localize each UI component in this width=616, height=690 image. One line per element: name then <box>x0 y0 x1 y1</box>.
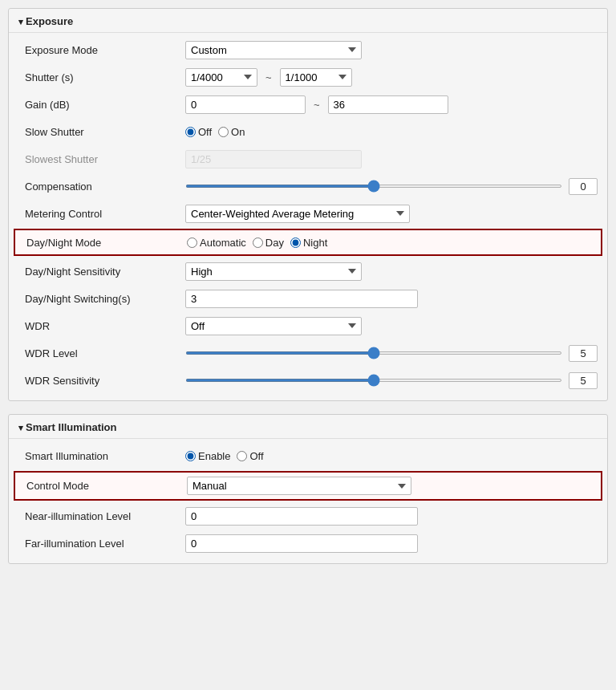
shutter-from-select[interactable]: 1/4000 1/2000 1/1000 <box>185 68 257 87</box>
gain-to-input[interactable] <box>328 95 448 114</box>
gain-from-input[interactable] <box>185 95 306 114</box>
slow-shutter-label: Slow Shutter <box>25 126 185 138</box>
slow-shutter-off-label[interactable]: Off <box>185 126 212 138</box>
gain-tilde: ~ <box>314 99 320 111</box>
day-night-automatic-radio[interactable] <box>187 237 197 248</box>
gain-control: ~ <box>185 95 598 114</box>
day-night-mode-label: Day/Night Mode <box>26 237 187 249</box>
compensation-slider[interactable] <box>185 185 562 188</box>
day-night-day-label[interactable]: Day <box>253 237 284 249</box>
slowest-shutter-row: Slowest Shutter 1/25 1/12 1/6 <box>9 145 607 172</box>
day-night-night-radio[interactable] <box>290 237 301 248</box>
wdr-control: Off On <box>185 317 598 335</box>
control-mode-control: Manual Auto <box>187 477 596 495</box>
wdr-label: WDR <box>25 320 185 332</box>
wdr-level-slider-container: 5 <box>185 345 598 362</box>
day-night-switching-row: Day/Night Switching(s) <box>9 285 607 312</box>
smart-illumination-radio-group: Enable Off <box>185 450 264 462</box>
slow-shutter-on-label[interactable]: On <box>218 126 245 138</box>
shutter-control: 1/4000 1/2000 1/1000 ~ 1/1000 1/500 1/25… <box>185 68 598 87</box>
compensation-control: 0 <box>185 178 598 195</box>
day-night-day-radio[interactable] <box>253 237 263 248</box>
far-illumination-level-row: Far-illumination Level <box>9 530 607 557</box>
near-illumination-level-control <box>185 507 598 526</box>
day-night-automatic-label[interactable]: Automatic <box>187 237 246 249</box>
slowest-shutter-label: Slowest Shutter <box>25 153 185 165</box>
near-illumination-level-label: Near-illumination Level <box>25 510 185 522</box>
wdr-level-value: 5 <box>569 345 598 362</box>
metering-control-row: Metering Control Center-Weighted Average… <box>9 200 607 227</box>
compensation-row: Compensation 0 <box>9 172 607 200</box>
compensation-label: Compensation <box>25 181 185 193</box>
wdr-level-label: WDR Level <box>25 347 185 359</box>
wdr-level-control: 5 <box>185 345 598 362</box>
wdr-sensitivity-label: WDR Sensitivity <box>25 375 185 387</box>
wdr-row: WDR Off On <box>9 312 607 339</box>
wdr-sensitivity-value: 5 <box>569 372 598 389</box>
far-illumination-level-label: Far-illumination Level <box>25 538 185 550</box>
smart-illumination-row: Smart Illumination Enable Off <box>9 442 607 469</box>
exposure-mode-control: Custom Auto Manual <box>185 41 598 59</box>
shutter-to-select[interactable]: 1/1000 1/500 1/250 <box>280 68 352 87</box>
shutter-label: Shutter (s) <box>25 71 185 83</box>
smart-illumination-control: Enable Off <box>185 450 598 462</box>
far-illumination-level-control <box>185 534 598 553</box>
metering-control-label: Metering Control <box>25 208 185 220</box>
smart-illumination-panel: Smart Illumination Smart Illumination En… <box>8 414 608 564</box>
wdr-level-row: WDR Level 5 <box>9 339 607 367</box>
gain-row: Gain (dB) ~ <box>9 91 607 118</box>
slow-shutter-radio-group: Off On <box>185 126 245 138</box>
wdr-sensitivity-control: 5 <box>185 372 598 389</box>
wdr-sensitivity-slider[interactable] <box>185 379 562 382</box>
metering-control-select[interactable]: Center-Weighted Average Metering Spot Fu… <box>185 205 410 223</box>
near-illumination-level-row: Near-illumination Level <box>9 502 607 530</box>
wdr-sensitivity-row: WDR Sensitivity 5 <box>9 367 607 394</box>
exposure-panel: Exposure Exposure Mode Custom Auto Manua… <box>8 8 608 401</box>
control-mode-row: Control Mode Manual Auto <box>14 471 602 501</box>
day-night-switching-input[interactable] <box>185 290 418 308</box>
day-night-night-label[interactable]: Night <box>290 237 327 249</box>
smart-illumination-off-radio[interactable] <box>237 451 247 461</box>
slow-shutter-off-radio[interactable] <box>185 127 196 137</box>
smart-illumination-label: Smart Illumination <box>25 450 185 462</box>
exposure-mode-select[interactable]: Custom Auto Manual <box>185 41 362 59</box>
metering-control-control: Center-Weighted Average Metering Spot Fu… <box>185 205 598 223</box>
shutter-row: Shutter (s) 1/4000 1/2000 1/1000 ~ 1/100… <box>9 63 607 91</box>
compensation-slider-container: 0 <box>185 178 598 195</box>
smart-illumination-enable-label[interactable]: Enable <box>185 450 230 462</box>
slow-shutter-row: Slow Shutter Off On <box>9 118 607 145</box>
wdr-select[interactable]: Off On <box>185 317 362 335</box>
smart-illumination-title: Smart Illumination <box>9 415 607 439</box>
slow-shutter-control: Off On <box>185 126 598 138</box>
smart-illumination-enable-radio[interactable] <box>185 451 196 461</box>
day-night-mode-radio-group: Automatic Day Night <box>187 237 327 249</box>
day-night-mode-row: Day/Night Mode Automatic Day Night <box>14 229 602 256</box>
slowest-shutter-control: 1/25 1/12 1/6 <box>185 150 598 168</box>
far-illumination-level-input[interactable] <box>185 534 418 553</box>
day-night-sensitivity-row: Day/Night Sensitivity High Medium Low <box>9 258 607 285</box>
exposure-title: Exposure <box>9 9 607 33</box>
day-night-sensitivity-select[interactable]: High Medium Low <box>185 262 362 281</box>
day-night-switching-label: Day/Night Switching(s) <box>25 293 185 305</box>
wdr-sensitivity-slider-container: 5 <box>185 372 598 389</box>
smart-illumination-off-label[interactable]: Off <box>237 450 263 462</box>
day-night-sensitivity-control: High Medium Low <box>185 262 598 281</box>
exposure-mode-label: Exposure Mode <box>25 44 185 56</box>
day-night-sensitivity-label: Day/Night Sensitivity <box>25 266 185 278</box>
gain-label: Gain (dB) <box>25 99 185 111</box>
shutter-tilde: ~ <box>265 71 272 83</box>
exposure-mode-row: Exposure Mode Custom Auto Manual <box>9 36 607 63</box>
wdr-level-slider[interactable] <box>185 351 562 355</box>
day-night-switching-control <box>185 290 598 308</box>
control-mode-label: Control Mode <box>26 480 187 492</box>
compensation-value: 0 <box>569 178 598 195</box>
slowest-shutter-select[interactable]: 1/25 1/12 1/6 <box>185 150 362 168</box>
day-night-mode-control: Automatic Day Night <box>187 237 596 249</box>
slow-shutter-on-radio[interactable] <box>218 127 229 137</box>
near-illumination-level-input[interactable] <box>185 507 418 526</box>
control-mode-select[interactable]: Manual Auto <box>187 477 411 495</box>
